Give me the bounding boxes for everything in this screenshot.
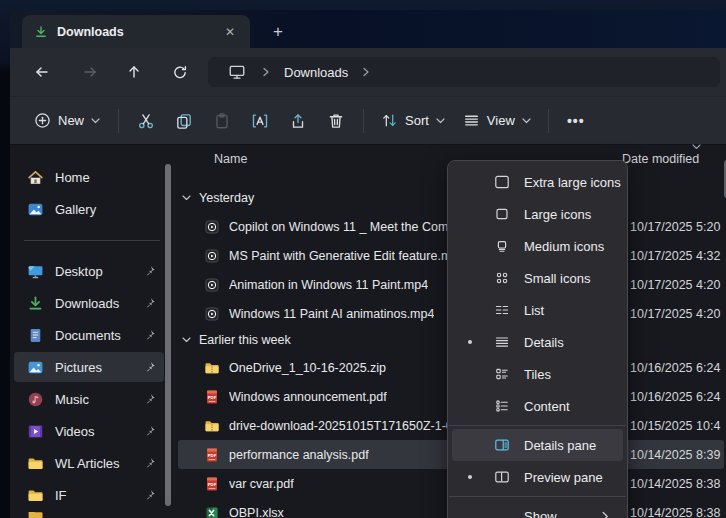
file-name: Copilot on Windows 11 _ Meet the Compu [229,220,462,234]
sidebar-item-downloads[interactable]: Downloads [14,288,164,318]
paste-button[interactable] [203,104,241,138]
pin-icon [144,361,156,373]
menu-item-details-pane[interactable]: Details pane [452,429,623,461]
navigation-bar: Downloads [10,48,726,96]
tab-close-icon[interactable]: ✕ [220,23,240,41]
sidebar-item-if[interactable]: IF [14,480,164,510]
file-name: Windows 11 Paint AI animatinos.mp4 [229,307,434,321]
svg-text:PDF: PDF [208,452,217,457]
file-name: OneDrive_1_10-16-2025.zip [229,361,386,375]
sidebar-item-label: Pictures [55,360,144,375]
gallery-icon [27,201,44,218]
menu-item-preview-pane[interactable]: Preview pane [452,461,623,493]
folder-icon [27,512,44,518]
menu-item-show[interactable]: Show [452,500,623,518]
sidebar-item-desktop[interactable]: Desktop [14,256,164,286]
video-file-icon [204,219,220,235]
menu-item-small-icons[interactable]: Small icons [452,262,623,294]
breadcrumb-chevron-icon [362,67,370,77]
sidebar-item-documents[interactable]: Documents [14,320,164,350]
address-bar[interactable]: Downloads [208,57,720,87]
new-tab-button[interactable]: + [266,20,290,44]
excel-file-icon [204,505,220,518]
breadcrumb-downloads[interactable]: Downloads [284,65,348,80]
tab-downloads[interactable]: Downloads ✕ [22,15,250,48]
rename-button[interactable] [241,104,279,138]
see-more-button[interactable]: ••• [557,104,595,138]
sidebar-scrollbar[interactable] [165,164,171,506]
sidebar-item-label: Documents [55,328,144,343]
sidebar-separator [24,240,160,241]
menu-item-label: Show [524,509,557,518]
sort-button[interactable]: Sort [372,106,454,135]
pin-icon [144,425,156,437]
sidebar-item-pictures[interactable]: Pictures [14,352,164,382]
cut-button[interactable] [127,104,165,138]
sidebar-item-partial[interactable] [14,512,164,518]
downloads-icon [27,295,44,312]
video-file-icon [204,277,220,293]
toolbar-separator [363,109,364,133]
menu-item-list[interactable]: List [452,294,623,326]
videos-icon [27,423,44,440]
menu-item-large-icons[interactable]: Large icons [452,198,623,230]
column-header-date-modified[interactable]: Date modified [622,152,699,166]
sidebar-item-home[interactable]: Home [14,162,164,192]
tab-title: Downloads [57,25,220,39]
pin-icon [144,393,156,405]
menu-separator [449,425,626,426]
delete-button[interactable] [317,104,355,138]
documents-icon [27,327,44,344]
menu-item-label: List [524,303,544,318]
share-button[interactable] [279,104,317,138]
menu-item-details[interactable]: Details [452,326,623,358]
file-name: Animation in Windows 11 Paint.mp4 [229,278,428,292]
menu-item-label: Tiles [524,367,551,382]
toolbar-separator [118,109,119,133]
chevron-down-icon [182,195,191,201]
pin-icon [144,265,156,277]
menu-item-label: Content [524,399,570,414]
sort-button-label: Sort [405,113,429,128]
download-icon [34,25,48,39]
content-icon [494,398,510,414]
refresh-button[interactable] [166,58,194,86]
sidebar-item-videos[interactable]: Videos [14,416,164,446]
music-icon [27,391,44,408]
sidebar-item-gallery[interactable]: Gallery [14,194,164,224]
menu-item-medium-icons[interactable]: Medium icons [452,230,623,262]
medium-icons-icon [494,238,510,254]
group-label: Earlier this week [199,333,291,347]
sidebar-item-music[interactable]: Music [14,384,164,414]
new-button[interactable]: New [24,106,110,135]
chevron-down-icon [436,118,445,124]
menu-item-label: Preview pane [524,470,603,485]
back-button[interactable] [28,58,56,86]
forward-button[interactable] [76,58,104,86]
view-button-label: View [487,113,515,128]
pin-icon [144,489,156,501]
zip-file-icon [204,360,220,376]
sort-direction-chevron-icon [692,144,701,150]
up-button[interactable] [120,58,148,86]
view-button[interactable]: View [454,106,540,135]
menu-item-extra-large-icons[interactable]: Extra large icons [452,166,623,198]
file-name: var cvar.pdf [229,477,294,491]
menu-item-tiles[interactable]: Tiles [452,358,623,390]
copy-button[interactable] [165,104,203,138]
home-icon [27,169,44,186]
sidebar-item-wl-articles[interactable]: WL Articles [14,448,164,478]
file-date-modified: 10/17/2025 4:32 [630,249,720,263]
pin-icon [144,329,156,341]
column-header-name[interactable]: Name [214,152,247,166]
pdf-file-icon: PDF [204,476,220,492]
file-date-modified: 10/16/2025 6:24 [630,390,720,404]
breadcrumb-chevron-icon [262,67,270,77]
desktop-background: Downloads ✕ + Downloads [0,0,726,518]
menu-item-label: Extra large icons [524,175,621,190]
file-date-modified: 10/15/2025 10:4 [630,419,720,433]
preview-pane-icon [494,469,510,485]
large-icons-icon [494,206,510,222]
menu-item-content[interactable]: Content [452,390,623,422]
file-date-modified: 10/16/2025 6:24 [630,361,720,375]
